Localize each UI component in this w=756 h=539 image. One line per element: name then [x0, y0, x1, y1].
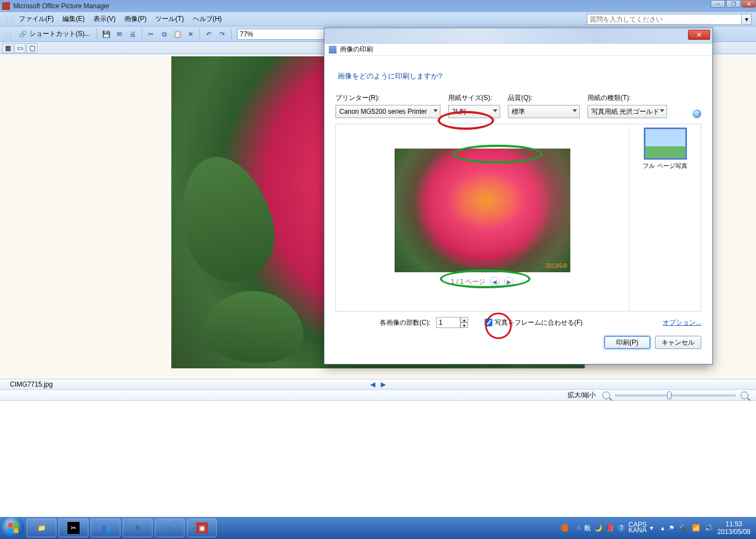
prev-image-icon[interactable]: ◀: [370, 381, 375, 388]
ime-icon-2[interactable]: 📕: [606, 524, 614, 532]
taskbar-clock[interactable]: 11:53 2013/05/08: [717, 520, 750, 536]
shortcut-button[interactable]: 🔗 ショートカット(S)...: [15, 28, 93, 40]
quality-combo[interactable]: 標準: [508, 105, 580, 118]
print-button[interactable]: 印刷(P): [604, 336, 650, 349]
dialog-titlebar: 画像の印刷: [324, 44, 712, 56]
single-view-icon[interactable]: ▢: [27, 43, 38, 53]
paper-type-combo[interactable]: 写真用紙 光沢ゴールド: [587, 105, 667, 118]
action-center-icon[interactable]: ⚑: [669, 524, 675, 532]
ime-caps-kana[interactable]: CAPSKANA: [628, 522, 647, 533]
ime-toolbar[interactable]: A 般 🌙 📕 ? CAPSKANA ▾: [573, 521, 657, 535]
power-icon[interactable]: 🔌: [679, 524, 687, 532]
dialog-question: 画像をどのように印刷しますか?: [338, 71, 699, 81]
print-icon[interactable]: 🖨: [127, 29, 138, 40]
copies-input[interactable]: [436, 317, 460, 328]
print-dialog: ✕ 画像の印刷 画像をどのように印刷しますか? プリンター(R): Canon …: [324, 28, 713, 364]
app-icon: [2, 2, 10, 10]
menu-image[interactable]: 画像(P): [120, 13, 151, 25]
grip-icon: ⋮⋮: [4, 16, 14, 22]
zoom-slider-thumb[interactable]: [667, 392, 671, 399]
redo-icon[interactable]: ↷: [217, 29, 228, 40]
fit-frame-checkbox[interactable]: [485, 319, 492, 326]
copies-down-button[interactable]: ▼: [460, 323, 468, 328]
filename-bar: CIMG7715.jpg ◀ ▶: [0, 379, 756, 390]
menu-bar: ⋮⋮ ファイル(F) 編集(E) 表示(V) 画像(P) ツール(T) ヘルプ(…: [0, 12, 756, 27]
blank-area: [0, 401, 756, 517]
next-image-icon[interactable]: ▶: [381, 381, 386, 388]
picture-manager-icon: ▣: [196, 522, 208, 533]
task-app-1[interactable]: ✂: [59, 519, 88, 537]
minimize-button[interactable]: ─: [711, 0, 725, 8]
scissors-icon: ✂: [67, 522, 80, 534]
help-search-dropdown[interactable]: ▾: [742, 14, 752, 25]
paper-size-combo[interactable]: 2L判: [448, 105, 500, 118]
task-explorer[interactable]: 📁: [27, 519, 56, 537]
help-search-input[interactable]: [587, 14, 742, 25]
zoom-input[interactable]: [237, 29, 337, 40]
pager-prev-button[interactable]: ◀: [490, 277, 500, 287]
start-button[interactable]: [2, 517, 24, 539]
options-link[interactable]: オプション...: [663, 318, 701, 327]
svg-rect-3: [14, 529, 18, 533]
task-ie[interactable]: e: [155, 519, 185, 537]
layout-fullpage-label: フル ページ写真: [643, 162, 687, 170]
print-preview-frame: 2013/5/8 1 / 1 ページ ◀ ▶ フル ページ写真: [335, 124, 701, 311]
pager-next-button[interactable]: ▶: [504, 277, 514, 287]
copies-label: 各画像の部数(C):: [380, 318, 431, 327]
network-icon[interactable]: 📶: [692, 524, 700, 532]
ime-icon-1[interactable]: 🌙: [594, 524, 602, 532]
cancel-button[interactable]: キャンセル: [655, 336, 701, 349]
task-picture-manager[interactable]: ▣: [187, 519, 217, 537]
thumbnail-view-icon[interactable]: ▦: [2, 43, 13, 53]
volume-icon[interactable]: 🔊: [705, 524, 713, 532]
tray-icon-1[interactable]: [561, 524, 569, 532]
zoom-out-icon[interactable]: [602, 392, 610, 399]
maximize-button[interactable]: ❐: [726, 0, 741, 8]
save-icon[interactable]: 💾: [101, 29, 112, 40]
cut-icon[interactable]: ✂: [145, 29, 156, 40]
ime-mode-han[interactable]: 般: [584, 524, 591, 533]
menu-edit[interactable]: 編集(E): [58, 13, 89, 25]
dialog-help-icon[interactable]: ?: [692, 109, 701, 118]
paper-size-label: 用紙サイズ(S):: [448, 93, 500, 103]
quality-value: 標準: [512, 107, 525, 117]
ie-icon: e: [168, 524, 172, 532]
close-button[interactable]: ✕: [742, 0, 756, 8]
menu-help[interactable]: ヘルプ(H): [188, 13, 227, 25]
folder-icon: 📁: [38, 524, 46, 532]
undo-icon[interactable]: ↶: [203, 29, 214, 40]
people-icon: 👥: [102, 524, 110, 532]
tray-expand-icon[interactable]: ▴: [661, 524, 664, 532]
mail-icon[interactable]: ✉: [114, 29, 125, 40]
zoom-slider[interactable]: [615, 394, 736, 397]
task-excel[interactable]: X: [123, 519, 153, 537]
separator: [141, 29, 142, 40]
ime-mode-a[interactable]: A: [576, 524, 581, 532]
printer-label: プリンター(R):: [335, 93, 440, 103]
separator: [231, 29, 232, 40]
window-titlebar: Microsoft Office Picture Manager ─ ❐ ✕: [0, 0, 756, 12]
printer-combo[interactable]: Canon MG5200 series Printer: [335, 105, 440, 118]
layout-fullpage-thumb[interactable]: [645, 129, 686, 158]
menu-tools[interactable]: ツール(T): [151, 13, 188, 25]
menu-view[interactable]: 表示(V): [89, 13, 120, 25]
dialog-glass-header[interactable]: ✕: [324, 28, 712, 44]
dialog-close-button[interactable]: ✕: [688, 30, 710, 40]
menu-file[interactable]: ファイル(F): [14, 13, 58, 25]
delete-icon[interactable]: ✕: [185, 29, 196, 40]
paste-icon[interactable]: 📋: [172, 29, 183, 40]
paper-type-value: 写真用紙 光沢ゴールド: [591, 107, 659, 117]
zoom-in-icon[interactable]: [741, 392, 748, 399]
layout-list[interactable]: フル ページ写真: [629, 124, 701, 311]
svg-rect-0: [8, 523, 13, 527]
copies-spinner[interactable]: ▲ ▼: [436, 317, 468, 328]
task-messenger[interactable]: 👥: [91, 519, 120, 537]
excel-icon: X: [135, 524, 140, 532]
filmstrip-view-icon[interactable]: ▭: [14, 43, 25, 53]
ime-dropdown-icon[interactable]: ▾: [650, 524, 653, 532]
shortcut-label: ショートカット(S)...: [29, 29, 90, 39]
ime-help-icon[interactable]: ?: [617, 524, 625, 532]
copy-icon[interactable]: ⧉: [159, 29, 170, 40]
copies-up-button[interactable]: ▲: [460, 317, 468, 323]
quality-label: 品質(Q):: [508, 93, 580, 103]
